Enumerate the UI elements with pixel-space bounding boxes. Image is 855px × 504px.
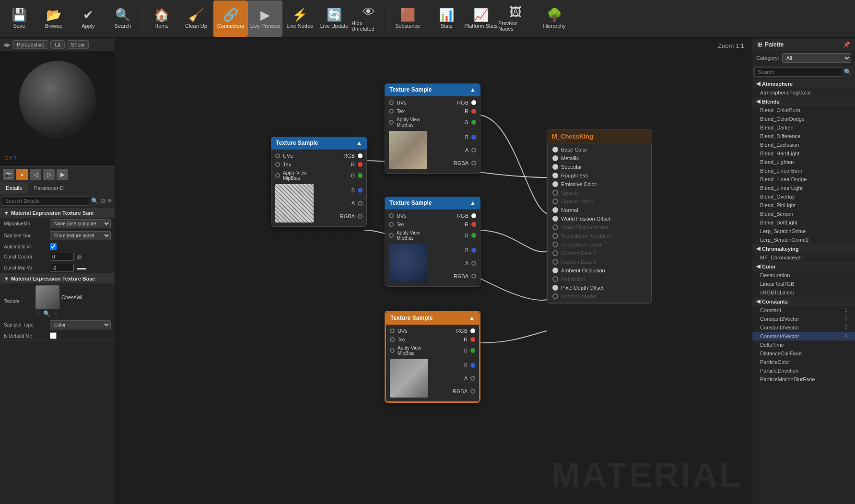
texture-arrow-btn[interactable]: ←: [35, 310, 41, 317]
mat-worldpos-pin[interactable]: [552, 216, 558, 222]
palette-item-constant[interactable]: Constant 1: [752, 306, 855, 315]
connectors-button[interactable]: 🔗 Connectors: [213, 0, 248, 37]
constcoordi-spinner[interactable]: ⬤: [77, 254, 82, 259]
isdefault-checkbox[interactable]: [50, 332, 57, 339]
node4-g-out[interactable]: [470, 348, 475, 353]
mat-roughness-pin[interactable]: [552, 173, 558, 178]
palette-item-lineardodge[interactable]: Blend_LinearDodge: [752, 175, 855, 184]
mat-opacity-pin[interactable]: [552, 190, 558, 196]
node2-g-out[interactable]: [471, 120, 476, 125]
texture-node-4[interactable]: Texture Sample ▲ UVs RGB Tex R: [385, 311, 480, 403]
mat-shadingmodel-pin[interactable]: [552, 293, 558, 299]
palette-group-blends[interactable]: ◀ Blends: [752, 97, 855, 106]
mipvalue-select[interactable]: None (use compute: [50, 219, 111, 228]
texture-search-btn[interactable]: 🔍: [43, 310, 50, 317]
palette-item-distancecull[interactable]: DistanceCullFade: [752, 349, 855, 358]
node4-r-out[interactable]: [470, 337, 475, 342]
palette-item-colorburn[interactable]: Blend_ColorBurn: [752, 106, 855, 115]
palette-item-srgbtolinear[interactable]: sRGBToLinear: [752, 288, 855, 297]
palette-search-input[interactable]: [754, 67, 842, 77]
palette-item-hardlight[interactable]: Blend_HardLight: [752, 149, 855, 158]
mat-specular-pin[interactable]: [552, 164, 558, 170]
mat-normal-pin[interactable]: [552, 207, 558, 213]
palette-group-chroma[interactable]: ◀ Chromakeying: [752, 244, 855, 253]
palette-item-difference[interactable]: Blend_Difference: [752, 132, 855, 141]
mat-pixeldepth-pin[interactable]: [552, 285, 558, 291]
palette-item-pinlight[interactable]: Blend_PinLight: [752, 201, 855, 210]
palette-item-linearburn[interactable]: Blend_LinearBurn: [752, 166, 855, 175]
node2-r-out[interactable]: [471, 109, 476, 114]
vp-tool-2[interactable]: ●: [16, 169, 28, 180]
apply-button[interactable]: ✔ Apply: [71, 0, 105, 37]
palette-item-atmosphericfog[interactable]: AtmosphericFogColor: [752, 88, 855, 97]
node1-tex-in[interactable]: [275, 162, 280, 167]
show-button[interactable]: Show: [67, 40, 89, 49]
node1-g-out[interactable]: [358, 173, 363, 178]
category-select[interactable]: All: [782, 53, 851, 63]
mat-refraction-pin[interactable]: [552, 276, 558, 282]
constmipval-slider[interactable]: ▬▬: [77, 265, 86, 270]
node1-a-out[interactable]: [358, 201, 363, 206]
texture-sam-header[interactable]: ▼ Material Expression Texture Sam: [0, 208, 115, 218]
node2-mip-in[interactable]: [389, 120, 394, 125]
palette-item-exclusion[interactable]: Blend_Exclusion: [752, 141, 855, 149]
perspective-button[interactable]: Perspective: [12, 40, 48, 49]
vp-tool-5[interactable]: ▶: [57, 169, 68, 180]
node2-a-out[interactable]: [471, 148, 476, 152]
node1-rgb-out[interactable]: [358, 153, 363, 158]
node4-tex-in[interactable]: [390, 337, 395, 342]
palette-group-color[interactable]: ◀ Color: [752, 262, 855, 271]
canvas-area[interactable]: Zoom 1:1 Texture Sample ▲ UVs: [115, 38, 752, 504]
mat-worlddisp-pin[interactable]: [552, 224, 558, 230]
mat-ao-pin[interactable]: [552, 268, 558, 273]
node3-mip-in[interactable]: [389, 233, 394, 238]
node2-uvs-in[interactable]: [389, 100, 394, 105]
stats-button[interactable]: 📊 Stats: [429, 0, 464, 37]
home-button[interactable]: 🏠 Home: [144, 0, 179, 37]
livenodes-button[interactable]: ⚡ Live Nodes: [282, 0, 317, 37]
automaticview-checkbox[interactable]: [50, 243, 57, 250]
node3-b-out[interactable]: [471, 248, 476, 253]
vp-tool-4[interactable]: ▷: [43, 169, 55, 180]
texture-goto-btn[interactable]: →: [52, 310, 58, 317]
mat-tess-pin[interactable]: [552, 233, 558, 239]
palette-item-particleblur[interactable]: ParticleMotionBlurFade: [752, 375, 855, 384]
palette-item-deltatime[interactable]: DeltaTime: [752, 340, 855, 349]
livepreview-button[interactable]: ▶ Live Preview: [248, 0, 282, 37]
hideunrelated-button[interactable]: 👁 Hide Unrelated: [351, 0, 386, 37]
mat-opacitymask-pin[interactable]: [552, 199, 558, 204]
palette-item-softlight[interactable]: Blend_SoftLight: [752, 218, 855, 227]
mat-metallic-pin[interactable]: [552, 155, 558, 161]
texture-node-1[interactable]: Texture Sample ▲ UVs RGB Tex R: [271, 137, 367, 227]
palette-item-desaturation[interactable]: Desaturation: [752, 271, 855, 280]
details-tab[interactable]: Details: [0, 182, 28, 194]
node3-a-out[interactable]: [471, 261, 476, 266]
mat-basecolor-pin[interactable]: [552, 147, 558, 152]
mat-subsurface-pin[interactable]: [552, 242, 558, 247]
node2-rgba-out[interactable]: [471, 161, 476, 165]
palette-item-linearlight[interactable]: Blend_LinearLight: [752, 184, 855, 192]
parameter-tab[interactable]: Parameter D: [28, 182, 70, 194]
vp-tool-1[interactable]: 📷: [3, 169, 14, 180]
save-button[interactable]: 💾 Save: [2, 0, 36, 37]
palette-item-colordodge[interactable]: Blend_ColorDodge: [752, 115, 855, 123]
node2-b-out[interactable]: [471, 135, 476, 140]
palette-item-mfchroma[interactable]: MF_Chromakeyer: [752, 253, 855, 262]
previewnodes-button[interactable]: 🖼 Preview Nodes: [498, 0, 533, 37]
mat-customdata0-pin[interactable]: [552, 250, 558, 256]
platformstats-button[interactable]: 📈 Platform Stats: [464, 0, 498, 37]
mat-customdata1-pin[interactable]: [552, 259, 558, 265]
node4-rgba-out[interactable]: [470, 389, 475, 394]
node4-a-out[interactable]: [470, 376, 475, 381]
node2-rgb-out[interactable]: [471, 100, 476, 105]
constmipval-input[interactable]: [50, 264, 74, 272]
texture-node-2[interactable]: Texture Sample ▲ UVs RGB Tex R: [385, 83, 480, 174]
node4-uvs-in[interactable]: [390, 328, 395, 333]
browse-button[interactable]: 📂 Browse: [36, 0, 71, 37]
node2-tex-in[interactable]: [389, 109, 394, 114]
node3-rgb-out[interactable]: [471, 213, 476, 218]
material-node[interactable]: M_ChessKing Base Color Metallic Specular: [547, 129, 652, 304]
palette-item-constant4vec[interactable]: Constant4Vector 4: [752, 332, 855, 340]
palette-item-particlecolor[interactable]: ParticleColor: [752, 358, 855, 366]
palette-item-lineartosrgb[interactable]: LinearTosRGB: [752, 280, 855, 288]
